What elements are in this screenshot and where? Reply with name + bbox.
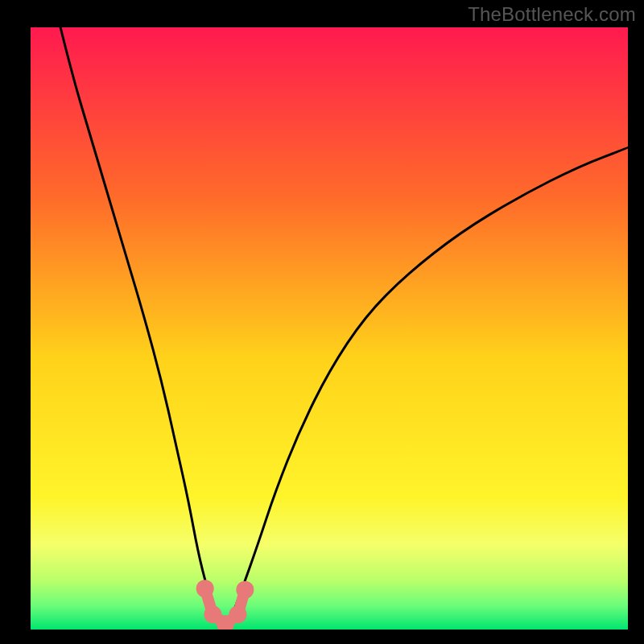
bottleneck-chart: [0, 0, 644, 644]
curve-marker: [229, 605, 246, 623]
watermark-text: TheBottleneck.com: [468, 3, 636, 26]
chart-frame: { "watermark": "TheBottleneck.com", "cha…: [0, 0, 644, 644]
plot-background: [31, 27, 628, 630]
curve-marker: [236, 581, 254, 599]
curve-marker: [196, 580, 214, 597]
